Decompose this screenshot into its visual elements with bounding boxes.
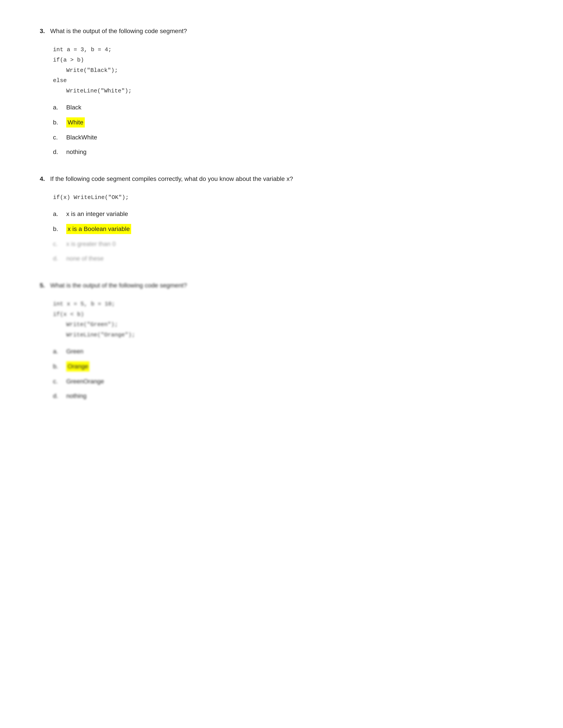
option-3a-label: a. xyxy=(53,103,62,112)
question-4-number: 4. xyxy=(40,174,45,184)
option-4d: d. none of these xyxy=(53,254,523,263)
option-4d-label: d. xyxy=(53,254,62,263)
question-3: 3. What is the output of the following c… xyxy=(40,26,523,157)
option-4c-label: c. xyxy=(53,239,62,249)
question-3-number: 3. xyxy=(40,26,45,36)
code-line-1: int a = 3, b = 4; xyxy=(53,45,523,55)
code-line-4: else xyxy=(53,75,523,86)
option-5d: d. nothing xyxy=(53,391,523,401)
option-5c-text: GreenOrange xyxy=(66,377,104,386)
option-3d: d. nothing xyxy=(53,147,523,157)
option-5d-label: d. xyxy=(53,391,62,401)
code-q5-line-4: WriteLine("Orange"); xyxy=(53,330,523,340)
option-3b-text: White xyxy=(66,117,85,128)
option-3d-label: d. xyxy=(53,147,62,157)
question-4-code: if(x) WriteLine("OK"); xyxy=(53,192,523,203)
code-line-3: Write("Black"); xyxy=(53,65,523,76)
option-5b: b. Orange xyxy=(53,361,523,372)
question-5: 5. What is the output of the following c… xyxy=(40,281,523,401)
option-4a-label: a. xyxy=(53,209,62,219)
question-5-options: a. Green b. Orange c. GreenOrange d. not… xyxy=(53,347,523,401)
option-5d-text: nothing xyxy=(66,391,86,401)
option-5b-label: b. xyxy=(53,362,62,371)
question-5-title: 5. What is the output of the following c… xyxy=(40,281,523,290)
question-4: 4. If the following code segment compile… xyxy=(40,174,523,263)
option-5a-text: Green xyxy=(66,347,83,356)
question-5-text: What is the output of the following code… xyxy=(50,281,187,290)
option-4c-text: x is greater than 0 xyxy=(66,239,116,249)
code-q5-line-3: Write("Green"); xyxy=(53,319,523,330)
question-4-text: If the following code segment compiles c… xyxy=(50,174,293,184)
option-4b-text: x is a Boolean variable xyxy=(66,224,131,234)
code-q5-line-2: if(x < b) xyxy=(53,309,523,320)
option-3c: c. BlackWhite xyxy=(53,133,523,142)
question-3-title: 3. What is the output of the following c… xyxy=(40,26,523,36)
option-3a-text: Black xyxy=(66,103,81,112)
option-4b-label: b. xyxy=(53,224,62,234)
option-3d-text: nothing xyxy=(66,147,86,157)
question-4-title: 4. If the following code segment compile… xyxy=(40,174,523,184)
option-4c: c. x is greater than 0 xyxy=(53,239,523,249)
question-4-options: a. x is an integer variable b. x is a Bo… xyxy=(53,209,523,263)
question-3-options: a. Black b. White c. BlackWhite d. nothi… xyxy=(53,103,523,157)
code-q4-line-1: if(x) WriteLine("OK"); xyxy=(53,192,523,203)
option-4a: a. x is an integer variable xyxy=(53,209,523,219)
option-4a-text: x is an integer variable xyxy=(66,209,128,219)
option-3c-text: BlackWhite xyxy=(66,133,97,142)
question-3-code: int a = 3, b = 4; if(a > b) Write("Black… xyxy=(53,45,523,96)
option-3c-label: c. xyxy=(53,133,62,142)
code-line-2: if(a > b) xyxy=(53,55,523,65)
option-4b: b. x is a Boolean variable xyxy=(53,224,523,234)
option-5c-label: c. xyxy=(53,377,62,386)
option-5a-label: a. xyxy=(53,347,62,356)
option-5b-text: Orange xyxy=(66,361,89,372)
option-3b: b. White xyxy=(53,117,523,128)
option-3b-label: b. xyxy=(53,118,62,127)
code-q5-line-1: int x = 5, b = 10; xyxy=(53,299,523,309)
option-5a: a. Green xyxy=(53,347,523,356)
option-3a: a. Black xyxy=(53,103,523,112)
question-3-text: What is the output of the following code… xyxy=(50,26,187,36)
code-line-5: WriteLine("White"); xyxy=(53,86,523,96)
option-5c: c. GreenOrange xyxy=(53,377,523,386)
option-4d-text: none of these xyxy=(66,254,104,263)
question-5-number: 5. xyxy=(40,281,45,290)
question-5-code: int x = 5, b = 10; if(x < b) Write("Gree… xyxy=(53,299,523,340)
